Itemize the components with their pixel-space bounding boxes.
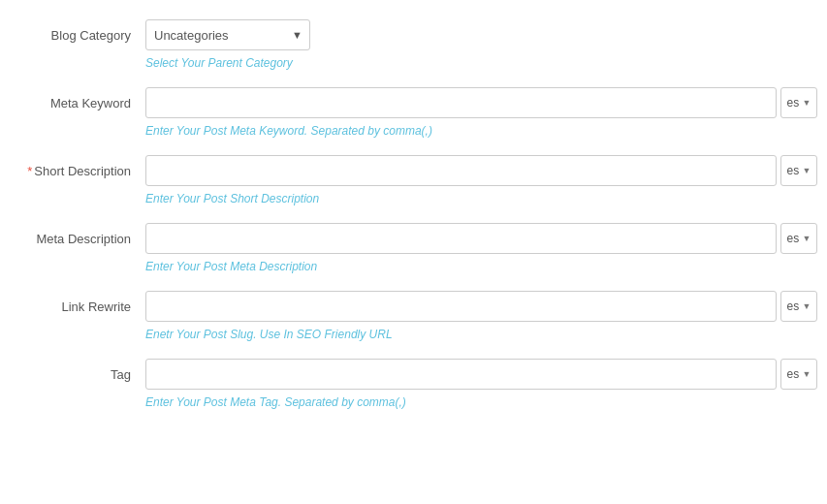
meta-keyword-lang-select[interactable]: es en fr ▼ bbox=[780, 87, 817, 118]
meta-keyword-input-group: es en fr ▼ bbox=[145, 87, 817, 118]
meta-keyword-row: Meta Keyword es en fr ▼ bbox=[10, 87, 817, 118]
meta-keyword-lang-chevron-icon: ▼ bbox=[803, 98, 811, 108]
meta-description-group: Meta Description es en fr ▼ Enter Your P… bbox=[10, 223, 817, 283]
meta-description-row: Meta Description es en fr ▼ bbox=[10, 223, 817, 254]
meta-keyword-lang-dropdown[interactable]: es en fr bbox=[787, 96, 801, 110]
link-rewrite-lang-chevron-icon: ▼ bbox=[803, 301, 811, 311]
short-description-input[interactable] bbox=[145, 155, 777, 186]
meta-keyword-hint: Enter Your Post Meta Keyword. Separated … bbox=[145, 124, 817, 138]
meta-description-hint: Enter Your Post Meta Description bbox=[145, 260, 817, 273]
blog-category-row: Blog Category Uncategories Category 1 Ca… bbox=[10, 19, 817, 50]
meta-keyword-input[interactable] bbox=[145, 87, 777, 118]
link-rewrite-hint: Enetr Your Post Slug. Use In SEO Friendl… bbox=[145, 328, 817, 341]
short-description-label: *Short Description bbox=[10, 164, 145, 178]
meta-description-input[interactable] bbox=[145, 223, 777, 254]
meta-description-lang-dropdown[interactable]: es en fr bbox=[787, 232, 801, 245]
link-rewrite-lang-dropdown[interactable]: es en fr bbox=[787, 299, 801, 313]
blog-category-label: Blog Category bbox=[10, 28, 145, 43]
tag-label: Tag bbox=[10, 367, 145, 382]
meta-keyword-label: Meta Keyword bbox=[10, 96, 145, 110]
blog-category-select[interactable]: Uncategories Category 1 Category 2 bbox=[145, 19, 310, 50]
meta-description-lang-chevron-icon: ▼ bbox=[803, 234, 811, 243]
meta-keyword-group: Meta Keyword es en fr ▼ Enter Your Post … bbox=[10, 87, 817, 147]
required-asterisk: * bbox=[27, 164, 32, 178]
short-description-input-group: es en fr ▼ bbox=[145, 155, 817, 186]
tag-lang-select[interactable]: es en fr ▼ bbox=[780, 359, 817, 390]
link-rewrite-input-group: es en fr ▼ bbox=[145, 291, 817, 322]
link-rewrite-input[interactable] bbox=[145, 291, 777, 322]
short-description-lang-dropdown[interactable]: es en fr bbox=[787, 164, 801, 177]
tag-lang-chevron-icon: ▼ bbox=[803, 369, 811, 379]
tag-input-group: es en fr ▼ bbox=[145, 359, 817, 390]
short-description-lang-chevron-icon: ▼ bbox=[803, 166, 811, 175]
link-rewrite-group: Link Rewrite es en fr ▼ Enetr Your Post … bbox=[10, 291, 817, 351]
tag-row: Tag es en fr ▼ bbox=[10, 359, 817, 390]
blog-category-hint: Select Your Parent Category bbox=[145, 56, 817, 70]
form-container: Blog Category Uncategories Category 1 Ca… bbox=[10, 19, 817, 419]
short-description-row: *Short Description es en fr ▼ bbox=[10, 155, 817, 186]
short-description-lang-select[interactable]: es en fr ▼ bbox=[780, 155, 817, 186]
short-description-group: *Short Description es en fr ▼ Enter Your… bbox=[10, 155, 817, 215]
meta-description-input-group: es en fr ▼ bbox=[145, 223, 817, 254]
short-description-hint: Enter Your Post Short Description bbox=[145, 192, 817, 205]
tag-hint: Enter Your Post Meta Tag. Separated by c… bbox=[145, 395, 817, 409]
meta-description-lang-select[interactable]: es en fr ▼ bbox=[780, 223, 817, 254]
link-rewrite-label: Link Rewrite bbox=[10, 299, 145, 314]
tag-lang-dropdown[interactable]: es en fr bbox=[787, 367, 801, 381]
tag-input[interactable] bbox=[145, 359, 777, 390]
tag-group: Tag es en fr ▼ Enter Your Post Meta Tag.… bbox=[10, 359, 817, 419]
meta-description-label: Meta Description bbox=[10, 232, 145, 246]
blog-category-group: Blog Category Uncategories Category 1 Ca… bbox=[10, 19, 817, 79]
link-rewrite-row: Link Rewrite es en fr ▼ bbox=[10, 291, 817, 322]
blog-category-select-wrapper[interactable]: Uncategories Category 1 Category 2 ▼ bbox=[145, 19, 310, 50]
link-rewrite-lang-select[interactable]: es en fr ▼ bbox=[780, 291, 817, 322]
